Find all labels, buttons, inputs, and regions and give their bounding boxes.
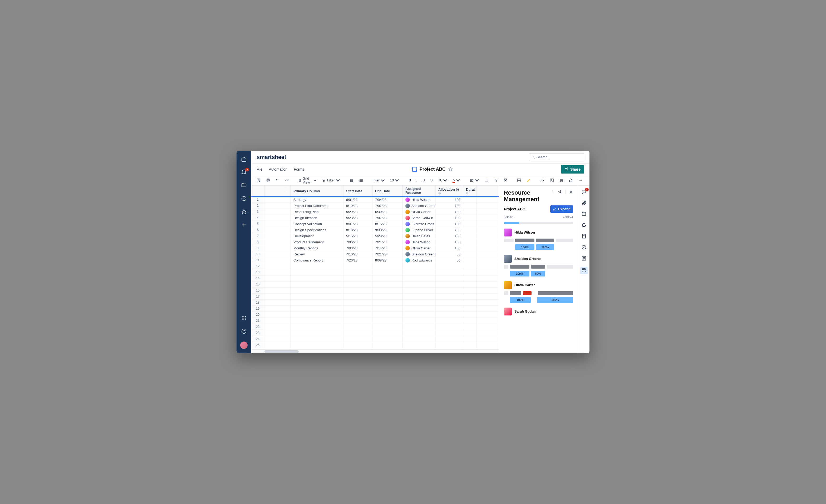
horizontal-scrollbar[interactable] — [251, 350, 499, 353]
user-avatar[interactable] — [240, 341, 248, 349]
column-primary[interactable]: Primary Column — [291, 186, 344, 196]
column-allocation[interactable]: Allocation % — [436, 186, 463, 196]
panel-menu-icon[interactable] — [551, 190, 555, 194]
close-icon[interactable] — [569, 190, 573, 194]
valign-icon[interactable] — [483, 177, 490, 184]
column-start-date[interactable]: Start Date — [344, 186, 372, 196]
favorites-icon[interactable] — [241, 209, 247, 214]
underline-icon[interactable]: U — [421, 177, 426, 183]
save-icon[interactable] — [255, 177, 262, 184]
svg-point-31 — [552, 190, 553, 191]
right-rail: 3 — [578, 186, 589, 353]
table-row-empty[interactable]: 13 — [251, 269, 499, 275]
recents-icon[interactable] — [241, 196, 247, 201]
table-row[interactable]: 1 Strategy 6/01/23 7/04/23 Hilda Wilson … — [251, 197, 499, 203]
table-row[interactable]: 2 Project Plan Document 6/19/23 7/07/23 … — [251, 203, 499, 209]
bold-icon[interactable]: B — [407, 177, 412, 183]
italic-icon[interactable]: I — [415, 177, 419, 183]
fontsize-selector[interactable]: 13 — [389, 177, 401, 184]
create-icon[interactable] — [241, 222, 247, 228]
menu-file[interactable]: File — [256, 167, 262, 172]
info-icon — [438, 192, 441, 195]
summary-icon[interactable] — [581, 256, 587, 261]
table-row-empty[interactable]: 22 — [251, 324, 499, 330]
undo-icon[interactable] — [274, 177, 281, 184]
column-rownum[interactable] — [251, 186, 264, 196]
image-icon[interactable] — [548, 177, 555, 184]
lock-icon[interactable] — [567, 177, 575, 184]
table-row-empty[interactable]: 24 — [251, 336, 499, 342]
home-icon[interactable] — [241, 156, 247, 162]
table-row-empty[interactable]: 16 — [251, 288, 499, 294]
table-row-empty[interactable]: 18 — [251, 300, 499, 306]
svg-rect-19 — [550, 179, 553, 182]
share-button[interactable]: Share — [561, 165, 584, 174]
table-row[interactable]: 11 Compliance Report 7/26/23 8/08/23 Rod… — [251, 257, 499, 263]
fill-color-icon[interactable] — [436, 177, 449, 184]
update-requests-icon[interactable] — [581, 223, 587, 228]
grid-body[interactable]: 1 Strategy 6/01/23 7/04/23 Hilda Wilson … — [251, 197, 499, 350]
apps-icon[interactable] — [241, 315, 247, 321]
outdent-icon[interactable] — [348, 177, 355, 184]
table-row[interactable]: 3 Resourcing Plan 5/29/23 6/30/23 Olivia… — [251, 209, 499, 215]
svg-rect-16 — [299, 179, 301, 181]
expand-button[interactable]: Expand — [550, 205, 573, 213]
search-input[interactable]: Search... — [529, 153, 584, 161]
timeline-scrubber[interactable] — [504, 222, 573, 224]
proofs-icon[interactable] — [581, 211, 587, 217]
svg-point-12 — [566, 168, 567, 169]
indent-icon[interactable] — [357, 177, 365, 184]
announce-icon[interactable] — [558, 190, 563, 194]
table-row-empty[interactable]: 23 — [251, 330, 499, 336]
format-painter-icon[interactable] — [502, 177, 509, 184]
table-row-empty[interactable]: 17 — [251, 294, 499, 300]
table-row-empty[interactable]: 21 — [251, 318, 499, 324]
align-icon[interactable] — [468, 177, 481, 184]
favorite-star-icon[interactable] — [448, 167, 453, 172]
column-assigned[interactable]: Assigned Resource — [403, 186, 436, 196]
table-row[interactable]: 9 Monthly Reports 7/03/23 7/14/23 Olivia… — [251, 245, 499, 251]
notifications-icon[interactable]: 3 — [241, 169, 247, 175]
column-end-date[interactable]: End Date — [372, 186, 403, 196]
resource-management-icon[interactable] — [580, 267, 588, 274]
font-selector[interactable]: Inter — [371, 177, 387, 184]
table-row-empty[interactable]: 20 — [251, 312, 499, 318]
menu-forms[interactable]: Forms — [294, 167, 304, 172]
table-row-empty[interactable]: 15 — [251, 281, 499, 288]
table-row[interactable]: 8 Product Refinement 7/06/23 7/21/23 Hil… — [251, 239, 499, 245]
table-row[interactable]: 10 Review 7/10/23 7/21/23 Sheldon Greene… — [251, 251, 499, 257]
wrap-icon[interactable] — [557, 177, 565, 184]
table-row[interactable]: 6 Design Specifications 8/18/23 9/30/23 … — [251, 227, 499, 233]
folder-icon[interactable] — [241, 183, 247, 188]
redo-icon[interactable] — [283, 177, 291, 184]
clear-format-icon[interactable] — [492, 177, 499, 184]
help-icon[interactable] — [241, 328, 247, 334]
publish-icon[interactable] — [581, 234, 587, 239]
print-icon[interactable] — [264, 177, 272, 184]
filter-button[interactable]: Filter — [320, 177, 342, 184]
link-icon[interactable] — [539, 177, 546, 184]
table-row[interactable]: 4 Design Ideation 5/23/23 7/07/23 Sarah … — [251, 215, 499, 221]
chevron-down-icon — [314, 178, 316, 183]
menu-automation[interactable]: Automation — [269, 167, 288, 172]
table-row-empty[interactable]: 25 — [251, 342, 499, 348]
svg-point-22 — [579, 180, 580, 181]
view-selector[interactable]: Grid View — [297, 175, 318, 185]
highlight-icon[interactable] — [525, 177, 532, 184]
allocation-bar-top — [504, 239, 573, 242]
settings-icon[interactable] — [588, 177, 589, 184]
table-row[interactable]: 7 Development 5/15/23 5/29/23 Helen Bate… — [251, 233, 499, 239]
table-row-empty[interactable]: 19 — [251, 306, 499, 312]
attachments-icon[interactable] — [581, 200, 587, 206]
more-icon[interactable] — [577, 177, 584, 184]
activity-log-icon[interactable] — [581, 245, 587, 250]
table-row[interactable]: 5 Concept Validation 8/01/23 8/15/23 Eve… — [251, 221, 499, 227]
column-duration[interactable]: Durat — [463, 186, 476, 196]
resource-item: Olivia Carter100%100% — [504, 281, 573, 303]
conditional-format-icon[interactable] — [516, 177, 523, 184]
strikethrough-icon[interactable]: S — [429, 177, 434, 183]
table-row-empty[interactable]: 14 — [251, 275, 499, 281]
text-color-icon[interactable]: A — [451, 177, 462, 184]
table-row-empty[interactable]: 12 — [251, 263, 499, 269]
comments-icon[interactable]: 3 — [581, 189, 587, 195]
